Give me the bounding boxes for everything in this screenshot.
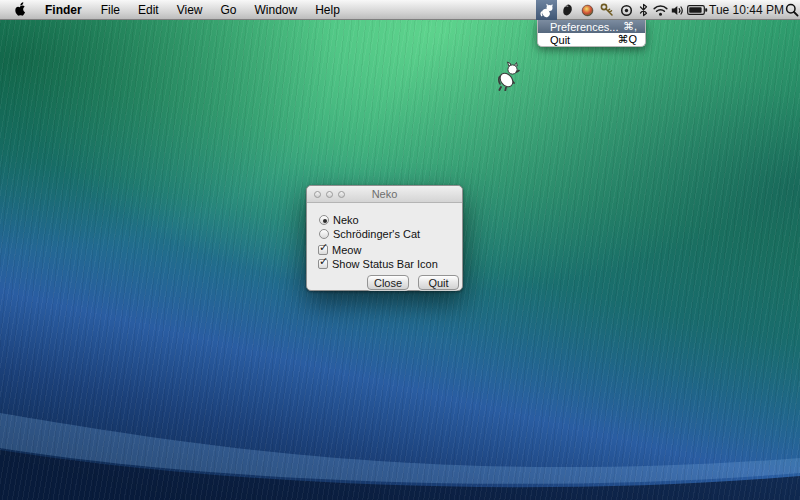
volume-status-icon[interactable] bbox=[669, 0, 685, 20]
menu-extras: Tue 10:44 PM bbox=[536, 0, 800, 20]
checkbox-checked[interactable]: ✓ bbox=[318, 245, 328, 255]
menu-item-quit[interactable]: Quit ⌘Q bbox=[538, 33, 645, 46]
checkbox-show-status-bar-icon[interactable]: ✓ Show Status Bar Icon bbox=[318, 258, 438, 270]
key-status-icon[interactable] bbox=[597, 0, 617, 20]
checkbox-label: Show Status Bar Icon bbox=[332, 258, 438, 270]
menu-item-shortcut: ⌘Q bbox=[617, 33, 637, 46]
zoom-window-button[interactable] bbox=[338, 191, 345, 198]
spotlight-status-icon[interactable] bbox=[781, 0, 800, 20]
running-cat-icon bbox=[496, 61, 520, 91]
quit-button[interactable]: Quit bbox=[418, 275, 459, 290]
traffic-lights bbox=[314, 191, 345, 198]
globe-status-icon[interactable] bbox=[577, 0, 597, 20]
menu-help[interactable]: Help bbox=[306, 0, 349, 20]
close-button[interactable]: Close bbox=[367, 275, 409, 290]
bluetooth-status-icon[interactable] bbox=[636, 0, 651, 20]
checkbox-checked[interactable]: ✓ bbox=[318, 259, 328, 269]
cat-icon bbox=[539, 3, 554, 18]
menu-window[interactable]: Window bbox=[246, 0, 307, 20]
volume-icon bbox=[671, 4, 684, 17]
bluetooth-icon bbox=[639, 3, 648, 17]
battery-charging-icon bbox=[687, 4, 708, 16]
menu-go[interactable]: Go bbox=[212, 0, 246, 20]
apple-logo-icon bbox=[13, 2, 26, 17]
neko-cat-sprite bbox=[496, 61, 520, 95]
wifi-status-icon[interactable] bbox=[651, 0, 669, 20]
menu-file[interactable]: File bbox=[92, 0, 129, 20]
neko-status-menu: Preferences... ⌘, Quit ⌘Q bbox=[537, 20, 646, 47]
apple-menu[interactable] bbox=[0, 2, 35, 17]
radio-neko[interactable]: Neko bbox=[319, 214, 359, 226]
mouse-icon bbox=[561, 3, 574, 17]
mouse-status-icon[interactable] bbox=[557, 0, 577, 20]
menu-finder[interactable]: Finder bbox=[35, 0, 92, 20]
radio-schroedingers-cat[interactable]: Schrödinger's Cat bbox=[319, 228, 420, 240]
globe-icon bbox=[581, 4, 594, 17]
radio-label: Schrödinger's Cat bbox=[333, 228, 420, 240]
menu-item-label: Preferences... bbox=[550, 21, 623, 33]
spotlight-search-icon bbox=[785, 3, 799, 17]
wifi-icon bbox=[653, 4, 668, 16]
neko-window: Neko Neko Schrödinger's Cat ✓ Meow ✓ Sho… bbox=[306, 185, 463, 291]
check-mark: ✓ bbox=[319, 255, 328, 268]
record-status-icon[interactable] bbox=[617, 0, 636, 20]
menu-item-label: Quit bbox=[550, 34, 617, 46]
neko-status-icon[interactable] bbox=[536, 0, 557, 20]
radio-button[interactable] bbox=[319, 229, 329, 239]
window-title-bar[interactable]: Neko bbox=[307, 186, 462, 203]
checkbox-label: Meow bbox=[332, 244, 361, 256]
window-title: Neko bbox=[372, 188, 398, 200]
radio-label: Neko bbox=[333, 214, 359, 226]
minimize-window-button[interactable] bbox=[326, 191, 333, 198]
radio-button-selected[interactable] bbox=[319, 215, 329, 225]
menu-bar-clock[interactable]: Tue 10:44 PM bbox=[709, 3, 781, 17]
menu-bar: Finder File Edit View Go Window Help bbox=[0, 0, 800, 20]
key-icon bbox=[600, 3, 614, 17]
menu-view[interactable]: View bbox=[168, 0, 212, 20]
check-mark: ✓ bbox=[319, 241, 328, 254]
record-target-icon bbox=[620, 4, 633, 17]
menu-item-preferences[interactable]: Preferences... ⌘, bbox=[538, 20, 645, 33]
battery-status-icon[interactable] bbox=[685, 0, 709, 20]
menu-edit[interactable]: Edit bbox=[129, 0, 168, 20]
menu-item-shortcut: ⌘, bbox=[623, 20, 637, 33]
close-window-button[interactable] bbox=[314, 191, 321, 198]
